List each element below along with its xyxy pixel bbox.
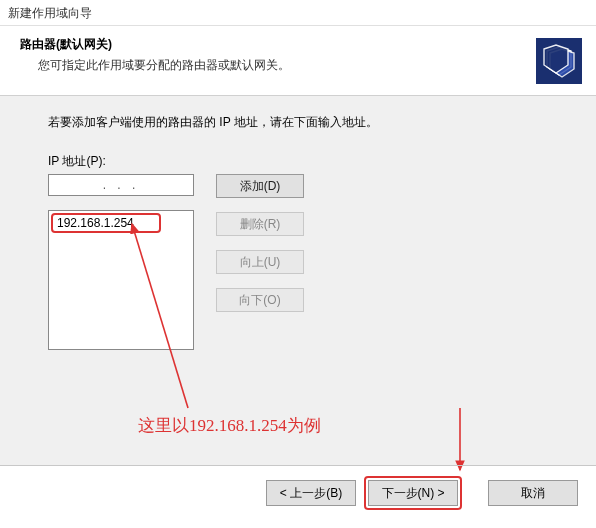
ip-address-label: IP 地址(P): <box>48 153 566 170</box>
remove-button[interactable]: 删除(R) <box>216 212 304 236</box>
next-button-highlight: 下一步(N) > <box>364 476 462 510</box>
ip-value: 192.168.1.254 <box>57 216 134 230</box>
back-button[interactable]: < 上一步(B) <box>266 480 356 506</box>
ip-address-input[interactable]: . . . <box>48 174 194 196</box>
annotation-text: 这里以192.168.1.254为例 <box>138 414 321 437</box>
next-button[interactable]: 下一步(N) > <box>368 480 458 506</box>
cancel-button[interactable]: 取消 <box>488 480 578 506</box>
wizard-header: 路由器(默认网关) 您可指定此作用域要分配的路由器或默认网关。 <box>0 26 596 96</box>
ip-address-list[interactable]: 192.168.1.254 <box>48 210 194 350</box>
ip-input-placeholder: . . . <box>103 178 140 192</box>
list-item[interactable]: 192.168.1.254 <box>51 213 161 233</box>
header-subtitle: 您可指定此作用域要分配的路由器或默认网关。 <box>20 57 576 74</box>
window-title: 新建作用域向导 <box>8 6 92 20</box>
wizard-icon <box>536 38 582 84</box>
header-title: 路由器(默认网关) <box>20 36 576 53</box>
instruction-text: 若要添加客户端使用的路由器的 IP 地址，请在下面输入地址。 <box>48 114 566 131</box>
window-title-bar: 新建作用域向导 <box>0 0 596 26</box>
footer-separator <box>0 465 596 466</box>
move-up-button[interactable]: 向上(U) <box>216 250 304 274</box>
move-down-button[interactable]: 向下(O) <box>216 288 304 312</box>
add-button[interactable]: 添加(D) <box>216 174 304 198</box>
wizard-footer: < 上一步(B) 下一步(N) > 取消 <box>266 476 578 510</box>
content-area: 若要添加客户端使用的路由器的 IP 地址，请在下面输入地址。 IP 地址(P):… <box>0 96 596 466</box>
